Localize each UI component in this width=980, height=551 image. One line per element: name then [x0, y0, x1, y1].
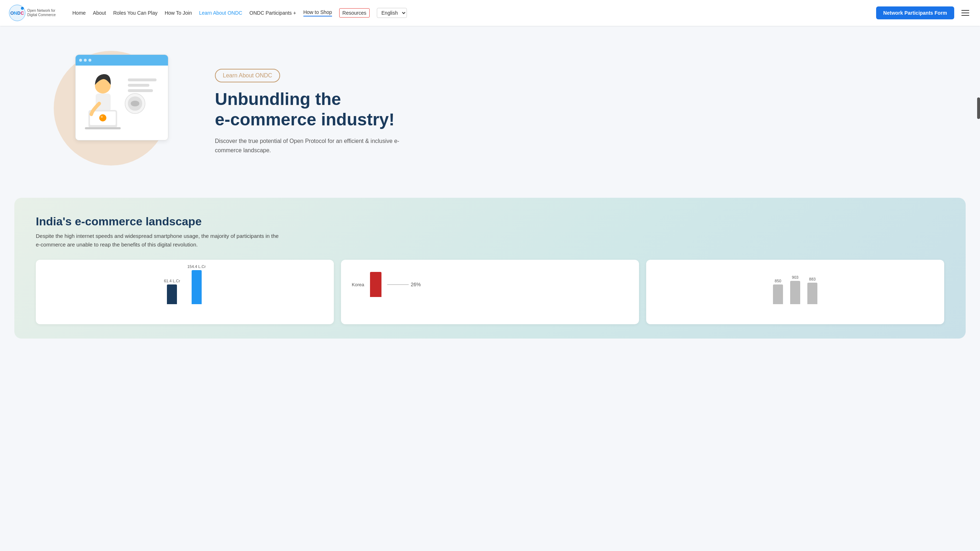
hero-illustration: [43, 44, 193, 180]
bar-dark: [167, 285, 177, 304]
bar-group-large: 154.4 L.Cr: [187, 264, 205, 304]
nav-learn[interactable]: Learn About ONDC: [199, 10, 242, 16]
korea-bar: [370, 272, 382, 297]
learn-badge[interactable]: Learn About ONDC: [215, 69, 280, 83]
bar-3-3: [807, 283, 818, 304]
stat-card-1: 61.4 L.Cr 154.4 L.Cr: [36, 260, 334, 324]
language-selector[interactable]: English Hindi: [377, 8, 407, 18]
nav-participants[interactable]: ONDC Participants +: [249, 10, 296, 16]
nav-roles[interactable]: Roles You Can Play: [113, 10, 158, 16]
browser-dot-2: [84, 59, 87, 62]
network-participants-form-button[interactable]: Network Participants Form: [876, 6, 954, 19]
bar-chart-3: 850 903 883: [653, 268, 937, 304]
bar-3-val3: 883: [809, 277, 816, 281]
browser-dot-3: [89, 59, 91, 62]
svg-text:C: C: [21, 10, 24, 16]
korea-label: Korea: [352, 281, 364, 288]
nav-shop[interactable]: How to Shop: [303, 9, 332, 16]
nav-home[interactable]: Home: [72, 10, 86, 16]
stats-cards: 61.4 L.Cr 154.4 L.Cr Korea 26%: [36, 260, 944, 324]
svg-rect-7: [128, 84, 150, 87]
svg-text:O: O: [10, 10, 14, 16]
bar-group-3-2: 903: [790, 275, 800, 304]
nav-how-to-join[interactable]: How To Join: [165, 10, 192, 16]
stat-card-2: Korea 26%: [341, 260, 639, 324]
svg-rect-16: [85, 127, 121, 129]
browser-illustration-svg: [81, 71, 164, 139]
svg-text:D: D: [17, 10, 21, 16]
svg-point-11: [131, 101, 139, 107]
bar-label-large: 154.4 L.Cr: [187, 264, 205, 269]
svg-text:N: N: [14, 10, 17, 16]
bar-group-3-1: 850: [773, 279, 783, 304]
hamburger-menu[interactable]: [959, 8, 971, 18]
stats-description: Despite the high internet speeds and wid…: [36, 232, 279, 249]
bar-3-2: [790, 281, 800, 304]
svg-rect-8: [128, 89, 153, 92]
hero-section: Learn About ONDC Unbundling the e-commer…: [0, 26, 980, 191]
hamburger-line-3: [961, 15, 969, 16]
bar-chart-1: 61.4 L.Cr 154.4 L.Cr: [43, 268, 327, 304]
ondc-logo-icon: O N D C: [9, 4, 26, 21]
navbar: O N D C Open Network for Digital Commerc…: [0, 0, 980, 26]
bar-3-val2: 903: [792, 275, 799, 279]
bar-blue: [192, 270, 202, 304]
bar-group-small: 61.4 L.Cr: [164, 279, 180, 304]
korea-percent: 26%: [411, 282, 421, 287]
svg-rect-6: [128, 78, 156, 81]
hero-subtitle: Discover the true potential of Open Prot…: [215, 137, 401, 155]
hero-title: Unbundling the e-commerce industry!: [215, 89, 951, 130]
hamburger-line-2: [961, 13, 969, 13]
stats-section: India's e-commerce landscape Despite the…: [14, 198, 966, 339]
nav-resources[interactable]: Resources: [339, 8, 370, 18]
logo[interactable]: O N D C Open Network for Digital Commerc…: [9, 4, 66, 21]
browser-bar: [76, 55, 168, 65]
page-scrollbar[interactable]: [977, 97, 980, 119]
stats-title: India's e-commerce landscape: [36, 215, 944, 228]
logo-tagline: Open Network for Digital Commerce: [27, 9, 59, 17]
bar-label-small: 61.4 L.Cr: [164, 279, 180, 283]
bar-group-3-3: 883: [807, 277, 818, 304]
browser-dot-1: [79, 59, 82, 62]
hero-text: Learn About ONDC Unbundling the e-commer…: [193, 69, 951, 155]
browser-content: [76, 65, 168, 140]
browser-mockup: [75, 54, 169, 140]
stat-card-3: 850 903 883: [646, 260, 944, 324]
bar-3-1: [773, 285, 783, 304]
bar-3-val1: 850: [775, 279, 781, 283]
svg-point-18: [101, 116, 103, 118]
nav-about[interactable]: About: [93, 10, 106, 16]
hero-title-line1: Unbundling the: [215, 89, 341, 108]
hero-title-line2: e-commerce industry!: [215, 110, 395, 129]
nav-links: Home About Roles You Can Play How To Joi…: [72, 8, 872, 18]
hamburger-line-1: [961, 10, 969, 11]
svg-point-17: [99, 114, 107, 121]
